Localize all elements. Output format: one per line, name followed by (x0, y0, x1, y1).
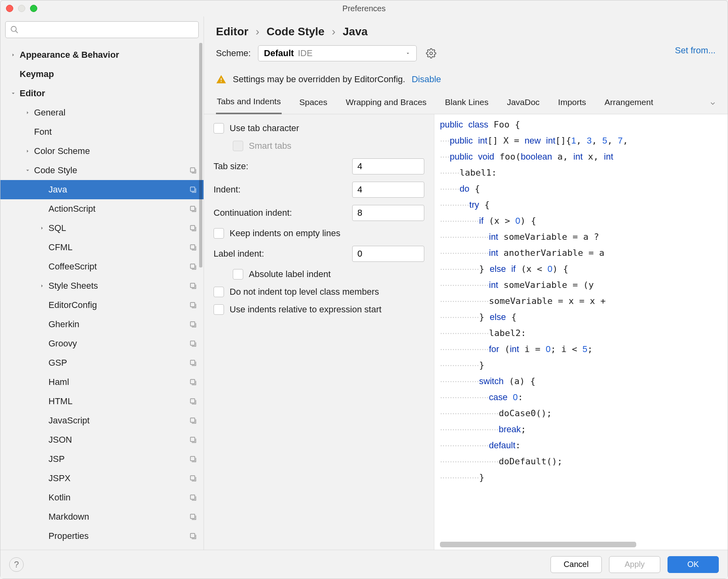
tree-arrow-none (38, 359, 46, 367)
no-indent-top-level-checkbox[interactable] (214, 287, 224, 297)
tree-item-jspx[interactable]: JSPX (0, 469, 204, 488)
scheme-actions-button[interactable] (424, 46, 438, 61)
tab-imports[interactable]: Imports (557, 93, 587, 113)
set-from-link[interactable]: Set from... (675, 45, 716, 56)
smart-tabs-checkbox (233, 141, 243, 151)
tree-item-groovy[interactable]: Groovy (0, 334, 204, 353)
tree-item-editorconfig[interactable]: EditorConfig (0, 296, 204, 315)
settings-tree[interactable]: Appearance & BehaviorKeymapEditorGeneral… (0, 43, 204, 550)
tree-item-html[interactable]: HTML (0, 392, 204, 411)
tree-item-font[interactable]: Font (0, 122, 204, 142)
tree-item-sql[interactable]: SQL (0, 219, 204, 238)
continuation-indent-input[interactable] (352, 205, 424, 221)
code-line: ····················default: (434, 437, 728, 453)
indent-label: Indent: (214, 184, 347, 195)
scheme-override-icon (188, 339, 198, 348)
cancel-button[interactable]: Cancel (551, 556, 602, 573)
tree-arrow-right-icon[interactable] (38, 224, 46, 232)
horizontal-scrollbar-thumb[interactable] (440, 542, 636, 547)
tree-item-style-sheets[interactable]: Style Sheets (0, 276, 204, 296)
tree-item-label: Java (48, 184, 188, 195)
tree-item-keymap[interactable]: Keymap (0, 65, 204, 84)
tree-arrow-right-icon[interactable] (9, 51, 17, 59)
code-line: ················} (434, 470, 728, 486)
tree-item-code-style[interactable]: Code Style (0, 161, 204, 180)
scheme-override-icon (188, 512, 198, 522)
tree-item-label: General (34, 107, 198, 118)
tree-item-jsp[interactable]: JSP (0, 449, 204, 469)
tree-item-actionscript[interactable]: ActionScript (0, 199, 204, 219)
scrollbar-thumb[interactable] (199, 43, 202, 267)
tree-arrow-none (38, 263, 46, 271)
scheme-select[interactable]: Default IDE (258, 45, 417, 61)
tree-item-label: JSPX (48, 473, 188, 484)
scheme-label: Scheme: (216, 48, 251, 59)
tree-item-kotlin[interactable]: Kotlin (0, 488, 204, 507)
search-icon (10, 25, 19, 34)
tree-item-properties[interactable]: Properties (0, 526, 204, 546)
code-line: ····················int anotherVariable … (434, 245, 728, 261)
tree-item-cfml[interactable]: CFML (0, 238, 204, 257)
scheme-override-icon (188, 435, 198, 445)
keep-indents-empty-checkbox[interactable] (214, 228, 224, 239)
tree-item-markdown[interactable]: Markdown (0, 507, 204, 526)
window-close-button[interactable] (6, 5, 13, 12)
svg-rect-18 (190, 476, 195, 480)
window-zoom-button[interactable] (30, 5, 37, 12)
tree-arrow-down-icon[interactable] (9, 89, 17, 97)
breadcrumb-part: Code Style (266, 25, 325, 38)
scheme-override-icon (188, 223, 198, 233)
smart-tabs-label: Smart tabs (249, 141, 291, 151)
label-indent-input[interactable] (352, 246, 424, 262)
tree-arrow-down-icon[interactable] (24, 166, 32, 174)
dialog-footer: ? Cancel Apply OK (0, 550, 728, 579)
tree-item-haml[interactable]: Haml (0, 373, 204, 392)
tree-arrow-right-icon[interactable] (24, 109, 32, 117)
svg-rect-9 (190, 302, 195, 307)
help-button[interactable]: ? (9, 557, 24, 572)
tab-spaces[interactable]: Spaces (298, 93, 328, 113)
code-line: ····················case 0: (434, 389, 728, 405)
tabs-overflow-button[interactable] (709, 100, 720, 107)
tree-arrow-right-icon[interactable] (24, 147, 32, 155)
tree-item-appearance-behavior[interactable]: Appearance & Behavior (0, 45, 204, 65)
svg-rect-16 (190, 437, 195, 441)
warning-icon (216, 74, 226, 85)
tab-size-input[interactable] (352, 158, 424, 174)
code-line: ························doDefault(); (434, 453, 728, 470)
absolute-label-indent-checkbox[interactable] (233, 269, 243, 279)
tab-javadoc[interactable]: JavaDoc (506, 93, 540, 113)
breadcrumb-part: Java (343, 25, 367, 38)
tree-arrow-right-icon[interactable] (38, 282, 46, 290)
tree-item-label: Appearance & Behavior (20, 50, 198, 60)
relative-expression-checkbox[interactable] (214, 304, 224, 315)
tree-arrow-none (38, 513, 46, 521)
disable-link[interactable]: Disable (411, 74, 441, 85)
tree-item-coffeescript[interactable]: CoffeeScript (0, 257, 204, 276)
tree-item-java[interactable]: Java (0, 180, 204, 199)
tree-item-gherkin[interactable]: Gherkin (0, 315, 204, 334)
tab-size-label: Tab size: (214, 161, 347, 172)
tree-item-label: Font (34, 127, 198, 137)
scheme-override-icon (188, 358, 198, 368)
tree-item-json[interactable]: JSON (0, 430, 204, 449)
ok-button[interactable]: OK (668, 556, 719, 573)
scheme-override-icon (188, 166, 198, 175)
tab-blank-lines[interactable]: Blank Lines (444, 93, 490, 113)
search-input[interactable] (5, 21, 199, 38)
indent-input[interactable] (352, 182, 424, 198)
tree-item-editor[interactable]: Editor (0, 84, 204, 103)
breadcrumb-part: Editor (216, 25, 248, 38)
code-line: ························break; (434, 421, 728, 437)
tree-item-general[interactable]: General (0, 103, 204, 122)
scheme-override-icon (188, 397, 198, 406)
svg-line-1 (16, 31, 18, 33)
tree-item-color-scheme[interactable]: Color Scheme (0, 142, 204, 161)
tab-tabs-and-indents[interactable]: Tabs and Indents (216, 93, 282, 114)
tab-wrapping-and-braces[interactable]: Wrapping and Braces (345, 93, 428, 113)
window-minimize-button (18, 5, 25, 12)
tree-item-javascript[interactable]: JavaScript (0, 411, 204, 430)
tree-item-gsp[interactable]: GSP (0, 353, 204, 373)
use-tab-char-checkbox[interactable] (214, 123, 224, 134)
tab-arrangement[interactable]: Arrangement (604, 93, 654, 113)
